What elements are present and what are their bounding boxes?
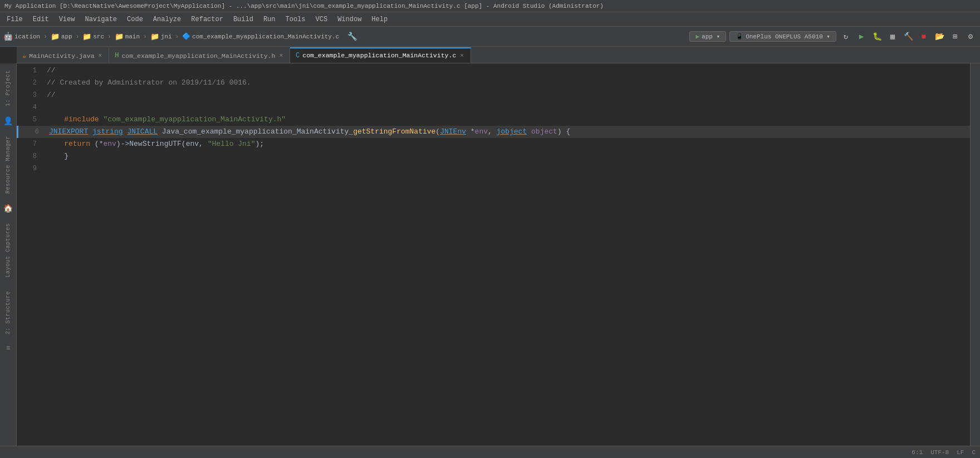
- breadcrumb-ication[interactable]: 🤖 ication: [3, 32, 40, 41]
- sidebar-person-icon: 👤: [3, 113, 13, 129]
- build-icon[interactable]: 🔨: [902, 31, 914, 43]
- tab-close-h[interactable]: ×: [278, 52, 284, 60]
- menu-edit[interactable]: Edit: [28, 14, 53, 24]
- tab-mainactivity-h[interactable]: H com_example_myapplication_MainActivity…: [109, 47, 290, 63]
- encoding-indicator: UTF-8: [930, 449, 949, 456]
- sidebar-layout-captures[interactable]: Layout Captures: [3, 216, 13, 284]
- split-icon[interactable]: ⊞: [949, 31, 961, 43]
- breadcrumb-jni[interactable]: 📁 jni: [150, 32, 172, 41]
- menu-view[interactable]: View: [55, 14, 80, 24]
- filetype-indicator: C: [972, 449, 976, 456]
- menu-window[interactable]: Window: [333, 14, 366, 24]
- menu-navigate[interactable]: Navigate: [80, 14, 121, 24]
- menu-run[interactable]: Run: [259, 14, 280, 24]
- android-small-icon: ▶: [695, 33, 699, 40]
- right-scrollbar-panel[interactable]: [970, 63, 980, 446]
- run-icon[interactable]: ▶: [855, 31, 868, 43]
- code-line-1: 1 //: [17, 65, 970, 77]
- debug-icon[interactable]: 🐛: [871, 31, 883, 43]
- java-file-icon: ☕: [22, 52, 26, 60]
- android-icon: 🤖: [3, 32, 13, 41]
- code-line-8: 8 }: [17, 150, 970, 162]
- c-file-icon-tab: C: [296, 52, 300, 60]
- code-line-7: 7 return (*env)->NewStringUTF(env, "Hell…: [17, 138, 970, 150]
- menu-bar: File Edit View Navigate Code Analyze Ref…: [0, 12, 980, 27]
- title-bar: My Application [D:\ReactNative\AwesomePr…: [0, 0, 980, 12]
- menu-tools[interactable]: Tools: [281, 14, 310, 24]
- layout-icon[interactable]: ▦: [886, 31, 899, 43]
- folder-icon-main: 📁: [115, 32, 124, 41]
- device-selector-button[interactable]: 📱 OnePlus ONEPLUS A5010 ▾: [729, 31, 836, 42]
- c-file-icon: 🔷: [182, 32, 190, 41]
- code-line-2: 2 // Created by Administrator on 2019/11…: [17, 77, 970, 89]
- status-bar: 6:1 UTF-8 LF C: [0, 446, 980, 458]
- code-line-4: 4: [17, 101, 970, 114]
- breadcrumb-src[interactable]: 📁 src: [82, 32, 104, 41]
- folder-icon: 📁: [51, 32, 60, 41]
- menu-help[interactable]: Help: [367, 14, 392, 24]
- breadcrumb-app[interactable]: 📁 app: [51, 32, 72, 41]
- menu-analyze[interactable]: Analyze: [149, 14, 185, 24]
- line-col-indicator: 6:1: [912, 449, 923, 456]
- toolbar: 🤖 ication › 📁 app › 📁 src › 📁 main › 📁 j…: [0, 27, 980, 47]
- breadcrumb-file[interactable]: 🔷 com_example_myapplication_MainActivity…: [182, 32, 339, 41]
- toolbar-right: ▶ app ▾ 📱 OnePlus ONEPLUS A5010 ▾ ↻ ▶ 🐛 …: [689, 31, 977, 43]
- code-line-3: 3 //: [17, 89, 970, 101]
- h-file-icon: H: [115, 52, 119, 60]
- phone-icon: 📱: [736, 33, 743, 40]
- folder-icon-jni: 📁: [150, 32, 159, 41]
- sidebar-resource-manager[interactable]: Resource Manager: [3, 129, 13, 200]
- sidebar-structure[interactable]: 2: Structure: [3, 284, 13, 341]
- sidebar-structure-icon: ≡: [6, 341, 10, 356]
- title-text: My Application [D:\ReactNative\AwesomePr…: [4, 3, 604, 9]
- tab-mainactivity-java[interactable]: ☕ MainActivity.java ×: [17, 47, 109, 63]
- wrench-icon[interactable]: 🔧: [346, 31, 358, 43]
- sync-icon[interactable]: ↻: [840, 31, 852, 43]
- menu-build[interactable]: Build: [229, 14, 258, 24]
- run-app-button[interactable]: ▶ app ▾: [689, 31, 726, 42]
- code-editor: 1 // 2 // Created by Administrator on 20…: [17, 63, 970, 446]
- sidebar-resource-icon: 🏠: [3, 200, 13, 216]
- tab-mainactivity-c[interactable]: C com_example_myapplication_MainActivity…: [290, 47, 471, 63]
- settings-icon[interactable]: ⚙: [964, 31, 977, 43]
- code-line-6: 6 JNIEXPORT jstring JNICALL Java_com_exa…: [17, 126, 970, 138]
- tab-bar: ☕ MainActivity.java × H com_example_myap…: [17, 47, 980, 63]
- code-line-9: 9: [17, 162, 970, 175]
- stop-icon[interactable]: ■: [918, 31, 930, 43]
- status-right: 6:1 UTF-8 LF C: [912, 449, 976, 456]
- tab-close-java[interactable]: ×: [97, 52, 104, 60]
- line-ending-indicator: LF: [957, 449, 964, 456]
- tab-close-c[interactable]: ×: [459, 52, 465, 60]
- folder-icon-src: 📁: [82, 32, 91, 41]
- breadcrumb-main[interactable]: 📁 main: [115, 32, 140, 41]
- menu-code[interactable]: Code: [122, 14, 148, 24]
- menu-vcs[interactable]: VCS: [311, 14, 332, 24]
- menu-file[interactable]: File: [2, 14, 27, 24]
- folder2-icon[interactable]: 📂: [933, 31, 945, 43]
- sidebar-project[interactable]: 1: Project: [3, 63, 13, 113]
- code-line-5: 5 #include "com_example_myapplication_Ma…: [17, 114, 970, 126]
- menu-refactor[interactable]: Refactor: [187, 14, 228, 24]
